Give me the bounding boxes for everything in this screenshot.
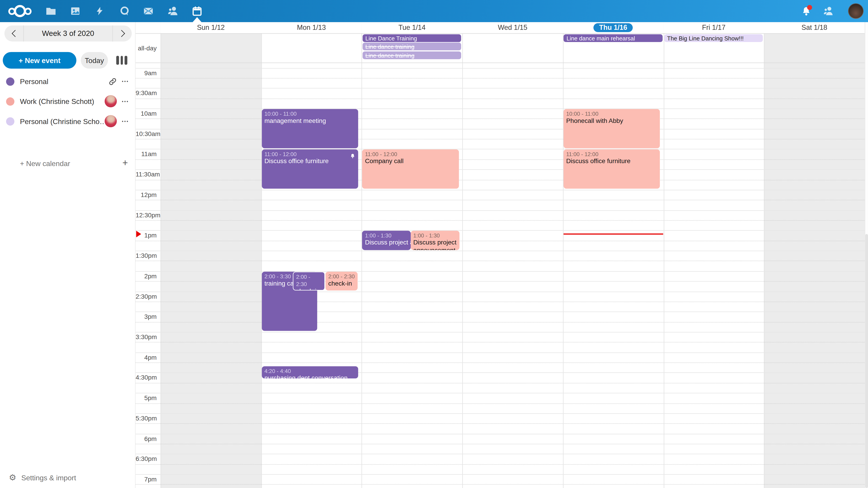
slot-minor-line xyxy=(135,444,865,444)
day-header-sun: Sun 1/12 xyxy=(160,22,261,33)
event-block[interactable]: 1:00 - 1:30Discuss project announcement xyxy=(362,231,410,250)
now-indicator-line xyxy=(563,234,663,235)
calendar-color-dot[interactable] xyxy=(6,117,14,125)
view-switcher-button[interactable] xyxy=(116,56,129,65)
calendar-actions-menu-icon[interactable]: ••• xyxy=(122,79,129,84)
event-title: check-in xyxy=(328,280,355,287)
slot-line xyxy=(135,291,865,292)
slot-line xyxy=(135,372,865,373)
slot-line xyxy=(135,230,865,231)
slot-line xyxy=(135,474,865,475)
day-header-wed: Wed 1/15 xyxy=(462,22,563,33)
share-link-icon[interactable] xyxy=(108,77,117,86)
contacts-icon[interactable] xyxy=(160,0,185,22)
event-block[interactable]: 2:00 - 2:30check-in xyxy=(293,271,325,291)
new-calendar-button[interactable]: + New calendar + xyxy=(0,153,135,173)
slot-minor-line xyxy=(135,484,865,485)
event-title: Discuss project announcement xyxy=(413,239,456,250)
logo-circle xyxy=(14,5,26,17)
new-event-button[interactable]: + New event xyxy=(3,52,76,68)
calendar-list-item[interactable]: Personal••• xyxy=(0,71,135,91)
user-avatar[interactable] xyxy=(848,3,864,19)
slot-line xyxy=(135,271,865,271)
calendar-actions-menu-icon[interactable]: ••• xyxy=(122,119,129,124)
column-border xyxy=(563,22,563,488)
weekend-column-shading xyxy=(764,33,865,488)
calendar-list-item[interactable]: Work (Christine Schott)••• xyxy=(0,91,135,111)
mail-icon[interactable] xyxy=(136,0,160,22)
event-block[interactable]: 1:00 - 1:30Discuss project announcement xyxy=(410,231,459,250)
allday-event[interactable]: Line Dance Training xyxy=(363,34,461,42)
event-block[interactable]: 11:00 - 12:00Company call xyxy=(362,150,459,189)
plus-icon: + xyxy=(122,158,128,169)
calendar-week-grid: Sun 1/12Mon 1/13Tue 1/14Wed 1/15Thu 1/16… xyxy=(135,22,868,488)
weekend-column-shading xyxy=(160,33,261,488)
calendar-color-dot[interactable] xyxy=(6,97,14,105)
active-app-marker xyxy=(193,17,202,22)
column-border xyxy=(764,22,765,488)
calendar-icon[interactable] xyxy=(185,0,209,22)
settings-import-button[interactable]: ⚙ Settings & import xyxy=(0,469,135,486)
header-separator xyxy=(135,33,865,34)
time-label: 3:30pm xyxy=(135,334,157,340)
day-header-thu: Thu 1/16 xyxy=(563,22,663,33)
photos-icon[interactable] xyxy=(63,0,88,22)
calendar-list-item[interactable]: Personal (Christine Scho…••• xyxy=(0,111,135,131)
event-time: 11:00 - 12:00 xyxy=(566,151,657,158)
time-label: 7pm xyxy=(135,476,157,482)
week-navigation: Week 3 of 2020 xyxy=(4,26,132,41)
calendar-actions-menu-icon[interactable]: ••• xyxy=(122,99,129,104)
event-time: 2:00 - 2:30 xyxy=(296,273,322,288)
event-block[interactable]: 10:00 - 11:00management meeting xyxy=(261,109,358,148)
event-title: Phonecall with Abby xyxy=(566,117,657,125)
calendar-owner-avatar xyxy=(105,95,117,107)
calendar-name: Work (Christine Schott) xyxy=(20,97,105,105)
next-week-button[interactable] xyxy=(113,26,132,41)
talk-icon[interactable] xyxy=(112,0,137,22)
week-label[interactable]: Week 3 of 2020 xyxy=(24,29,112,38)
event-block[interactable]: 11:00 - 12:00Discuss office furniture xyxy=(261,150,358,189)
view-bar-icon xyxy=(121,56,123,65)
chevron-left-icon xyxy=(11,30,19,37)
event-block[interactable]: 2:00 - 2:30check-in xyxy=(326,271,358,291)
time-label: 5pm xyxy=(135,395,157,401)
event-time: 10:00 - 11:00 xyxy=(265,110,355,117)
files-icon[interactable] xyxy=(39,0,63,22)
event-block[interactable]: 4:20 - 4:40purchasing dept conversation xyxy=(261,366,358,379)
nextcloud-logo[interactable] xyxy=(5,0,34,22)
activity-icon[interactable] xyxy=(88,0,112,22)
time-label: 6:30pm xyxy=(135,455,157,462)
event-time: 2:00 - 2:30 xyxy=(328,273,355,280)
event-title: Discuss office furniture xyxy=(265,158,355,165)
slot-minor-line xyxy=(135,220,865,221)
allday-event[interactable]: The Big Line Dancing Show!!! xyxy=(664,34,763,42)
allday-event[interactable]: Line dance training xyxy=(363,51,461,59)
event-block[interactable]: 11:00 - 12:00Discuss office furniture xyxy=(563,150,660,189)
column-border xyxy=(160,22,161,488)
slot-line xyxy=(135,352,865,353)
previous-week-button[interactable] xyxy=(4,26,23,41)
app-window: Week 3 of 2020 + New event Today Persona… xyxy=(0,0,868,488)
calendar-color-dot[interactable] xyxy=(6,77,14,86)
column-border xyxy=(663,22,664,488)
time-label: 4pm xyxy=(135,354,157,361)
slot-minor-line xyxy=(135,301,865,302)
time-label: 9am xyxy=(135,69,157,76)
contacts-menu-icon[interactable] xyxy=(817,0,839,22)
today-button[interactable]: Today xyxy=(81,52,108,68)
grid-scrollbar xyxy=(865,22,868,488)
notifications-bell-icon[interactable] xyxy=(795,0,817,22)
slot-line xyxy=(135,190,865,190)
event-block[interactable]: 10:00 - 11:00Phonecall with Abby xyxy=(563,109,660,148)
settings-label: Settings & import xyxy=(21,473,76,482)
day-header-mon: Mon 1/13 xyxy=(261,22,362,33)
event-title: Discuss office furniture xyxy=(566,158,657,165)
allday-event[interactable]: Line dance training xyxy=(363,43,461,51)
slot-line xyxy=(135,129,865,129)
slot-line xyxy=(135,433,865,434)
time-label: 4:30pm xyxy=(135,375,157,381)
allday-event[interactable]: Line dance main rehearsal xyxy=(564,34,662,42)
time-label: 2pm xyxy=(135,273,157,279)
scrollbar-thumb[interactable] xyxy=(865,234,868,488)
calendar-item-actions: ••• xyxy=(105,95,129,107)
